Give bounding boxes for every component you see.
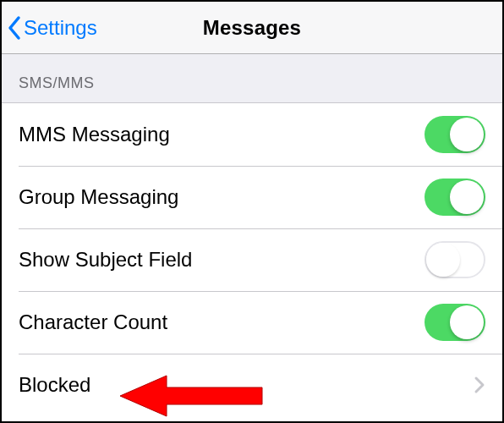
toggle-knob [450, 305, 484, 339]
toggle-knob [450, 180, 484, 214]
row-group-messaging: Group Messaging [2, 166, 502, 228]
group-messaging-toggle[interactable] [425, 179, 485, 216]
row-label: Group Messaging [19, 185, 178, 209]
row-label: MMS Messaging [19, 123, 170, 146]
mms-messaging-toggle[interactable] [425, 116, 485, 153]
toggle-knob [450, 118, 484, 151]
row-mms-messaging: MMS Messaging [2, 103, 502, 166]
show-subject-field-toggle[interactable] [425, 241, 485, 278]
row-character-count: Character Count [2, 291, 502, 354]
section-header: SMS/MMS [2, 54, 502, 103]
chevron-right-icon [474, 376, 485, 394]
row-blocked[interactable]: Blocked [2, 354, 502, 416]
back-label: Settings [24, 16, 97, 40]
navbar: Settings Messages [2, 2, 502, 54]
row-label: Blocked [19, 373, 90, 397]
character-count-toggle[interactable] [425, 304, 485, 341]
toggle-knob [426, 243, 460, 277]
row-show-subject-field: Show Subject Field [2, 228, 502, 291]
row-label: Character Count [19, 310, 167, 334]
settings-screen: Settings Messages SMS/MMS MMS Messaging … [0, 0, 504, 423]
row-label: Show Subject Field [19, 248, 192, 272]
chevron-left-icon [7, 15, 22, 41]
back-button[interactable]: Settings [7, 15, 97, 41]
